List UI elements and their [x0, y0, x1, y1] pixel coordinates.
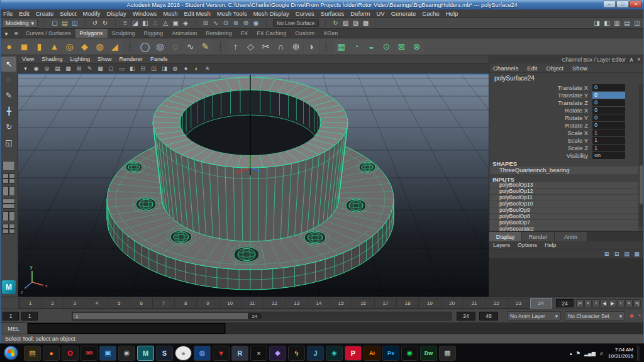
layer-editor-menu-item[interactable]: Layers [489, 242, 514, 248]
channel-value-field[interactable]: 0 [592, 122, 625, 129]
go-to-end-button[interactable]: »| [633, 299, 641, 307]
input-node-item[interactable]: polyBoolOp7 [490, 220, 638, 226]
make-live-icon[interactable]: ◉ [251, 18, 261, 28]
shelf-tab[interactable]: Sculpting [108, 29, 140, 38]
select-object-icon[interactable]: ◪ [130, 18, 140, 28]
tray-chevron-icon[interactable]: ▴ [570, 351, 572, 356]
layout-two-panes-stacked-button[interactable] [3, 199, 15, 209]
relax-brush-icon[interactable]: ◒ [364, 40, 379, 54]
select-mask-face-icon[interactable]: ▣ [170, 18, 180, 28]
input-node-item[interactable]: polyBoolOp13 [490, 182, 638, 188]
shape-node-item[interactable]: ThreeQuarterinch_bearing [490, 167, 638, 174]
media-player-icon[interactable]: ● [175, 346, 192, 361]
polygon-pyramid-icon[interactable]: ◢ [108, 40, 122, 54]
render-current-frame-icon[interactable]: ▧ [341, 18, 351, 28]
camera-app-icon[interactable]: ◉ [118, 346, 135, 361]
channel-value-field[interactable]: on [592, 152, 625, 159]
panel-menu-item[interactable]: View [18, 56, 38, 62]
channel-value-field[interactable]: 0 [592, 107, 625, 114]
menu-item[interactable]: Curves [292, 9, 318, 18]
extrude-icon[interactable]: ↑ [228, 40, 243, 54]
menu-item[interactable]: Generate [388, 9, 419, 18]
photoshop-icon[interactable]: Ps [382, 346, 399, 361]
tool-settings-toggle-icon[interactable]: ◧ [602, 18, 612, 28]
channel-value-field[interactable]: 0 [592, 92, 625, 99]
tray-volume-icon[interactable]: ♬ [599, 351, 604, 356]
channel-box-menu-item[interactable]: Show [569, 65, 591, 72]
channel-box-menu-item[interactable]: Edit [523, 65, 541, 72]
menu-item[interactable]: Display [104, 9, 130, 18]
channel-label[interactable]: Rotate X [489, 107, 592, 114]
channel-value-field[interactable]: 1 [592, 129, 625, 136]
input-node-item[interactable]: polyBoolOp11 [490, 195, 638, 200]
ipr-render-icon[interactable]: ▨ [351, 18, 361, 28]
menu-item[interactable]: Deform [347, 9, 373, 18]
shelf-menu-icon[interactable]: ≡ [11, 29, 21, 38]
maya-logo-icon[interactable]: M [2, 280, 16, 294]
panel-menu-item[interactable]: Renderer [115, 56, 147, 62]
channel-value-field[interactable]: 0 [592, 114, 625, 121]
new-layer-from-selected-icon[interactable]: ⊟ [613, 250, 621, 258]
channel-label[interactable]: Scale X [489, 129, 592, 136]
pencil-curve-icon[interactable]: ✎ [198, 40, 213, 54]
channel-value-field[interactable]: 1 [592, 145, 625, 151]
step-forward-key-button[interactable]: › [617, 299, 625, 307]
taskbar-clock[interactable]: 7:04 AM 10/31/2015 [608, 347, 633, 359]
bezier-curve-icon[interactable]: ∿ [183, 40, 197, 54]
attribute-editor-toggle-icon[interactable]: ◨ [592, 18, 602, 28]
sculpt-brush-icon[interactable]: ◔ [349, 40, 364, 54]
lasso-x-icon[interactable]: ⊗ [409, 40, 424, 54]
time-slider[interactable]: 123456789101112131415161718192021222324 [18, 298, 552, 309]
layer-editor-menu-item[interactable]: Options [514, 242, 541, 248]
channel-value-field[interactable]: 0 [592, 99, 625, 106]
red-media-app-icon[interactable]: ▼ [213, 346, 230, 361]
close-button[interactable]: × [630, 1, 642, 8]
java-app-icon[interactable]: J [307, 346, 324, 361]
start-button[interactable] [0, 344, 21, 362]
playback-start-field[interactable]: 1 [21, 312, 38, 321]
shelf-tab[interactable]: Animation [167, 29, 201, 38]
render-settings-icon[interactable]: ▩ [361, 18, 371, 28]
snap-view-plane-icon[interactable]: ⊕ [241, 18, 251, 28]
maya-icon[interactable]: M [137, 346, 154, 361]
shelf-tab[interactable]: FX Caching [252, 29, 291, 38]
channel-box-menu-item[interactable]: Object [543, 65, 567, 72]
tray-flag-icon[interactable]: ⚑ [576, 351, 580, 356]
pandora-icon[interactable]: P [345, 346, 362, 361]
menu-item[interactable]: Edit Mesh [181, 9, 214, 18]
bridge-icon[interactable]: ∩ [274, 40, 288, 54]
menu-item[interactable]: Surfaces [318, 9, 348, 18]
channel-box-toggle-icon[interactable]: ▥ [612, 18, 622, 28]
camera-lock-icon[interactable]: ◎ [42, 64, 52, 72]
channel-label[interactable]: Scale Z [489, 145, 592, 151]
channel-box-menu-item[interactable]: Channels [489, 65, 522, 72]
illustrator-icon[interactable]: Ai [364, 346, 380, 361]
panel-menu-item[interactable]: Shading [38, 56, 66, 62]
shelf-tab[interactable]: Rigging [140, 29, 168, 38]
mel-command-input[interactable] [28, 323, 225, 334]
snap-grid-icon[interactable]: ⊞ [201, 18, 211, 28]
grab-brush-icon[interactable]: ⊙ [379, 40, 394, 54]
tray-network-icon[interactable]: ▂▄▆ [584, 351, 596, 356]
snap-curve-icon[interactable]: ∿ [211, 18, 221, 28]
layout-three-panes-button[interactable] [3, 211, 15, 221]
maximize-button[interactable]: □ [616, 1, 629, 8]
layer-editor-tab[interactable]: Anim [555, 232, 587, 241]
polygon-cube-icon[interactable]: ◼ [17, 40, 31, 54]
polygon-sphere-icon[interactable]: ● [2, 40, 16, 54]
input-node-item[interactable]: polyBoolOp8 [490, 214, 638, 219]
panel-menu-item[interactable]: Lighting [66, 56, 94, 62]
channel-label[interactable]: Visibility [489, 152, 592, 159]
nurbs-sphere-icon[interactable]: ◯ [138, 40, 152, 54]
polygon-cylinder-icon[interactable]: ▮ [32, 40, 47, 54]
snap-point-icon[interactable]: ⊙ [221, 18, 231, 28]
close-panel-icon[interactable]: × [635, 55, 643, 64]
boolean-icon[interactable]: ⊕ [289, 40, 303, 54]
menu-set-dropdown[interactable]: Modeling ▾ [2, 19, 38, 28]
layout-single-pane-button[interactable] [3, 161, 15, 171]
film-gate-icon[interactable]: ◻ [106, 64, 116, 72]
menu-item[interactable]: Help [443, 9, 462, 18]
shelf-tab[interactable]: Curves / Surfaces [21, 29, 75, 38]
input-node-item[interactable]: polyBoolOp10 [490, 201, 638, 207]
channel-value-field[interactable]: 1 [592, 137, 625, 144]
